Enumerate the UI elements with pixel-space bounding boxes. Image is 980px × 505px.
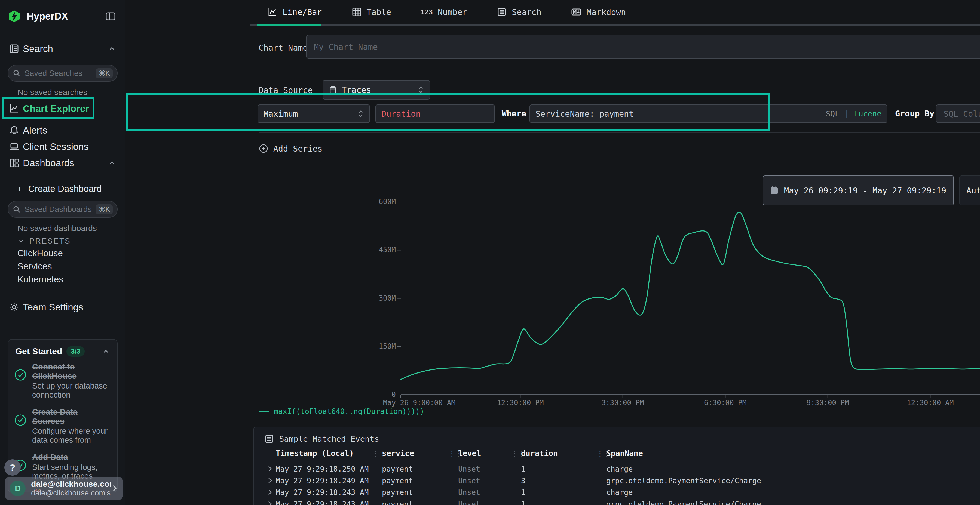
sidebar-item-team-settings[interactable]: Team Settings [0, 299, 125, 316]
row-expand-icon[interactable] [267, 476, 273, 484]
row-expand-icon[interactable] [267, 488, 273, 496]
tab-markdown[interactable]: Markdown [571, 6, 626, 17]
lucene-mode-toggle[interactable]: Lucene [854, 110, 881, 118]
where-input[interactable]: ServiceName: payment SQL | Lucene [530, 105, 888, 123]
table-cell[interactable]: May 27 9:29:18.249 AM [276, 476, 369, 485]
sidebar-item-search[interactable]: Search [0, 40, 125, 57]
database-icon [329, 85, 337, 94]
user-profile-button[interactable]: D dale@clickhouse.com dale@clickhouse.co… [5, 477, 123, 500]
laptop-icon [5, 141, 23, 152]
tab-search[interactable]: Search [496, 7, 541, 17]
where-label: Where [502, 109, 526, 118]
column-header[interactable]: level [458, 449, 481, 458]
column-header[interactable]: service [382, 449, 414, 458]
tab-table[interactable]: Table [352, 7, 391, 17]
divider [259, 132, 980, 133]
table-cell[interactable]: payment [382, 465, 413, 473]
table-cell[interactable]: grpc.oteldemo.PaymentService/Charge [606, 476, 761, 485]
view-tabs: Line/Bar Table 123 Number Search Markdow… [267, 6, 626, 17]
add-series-button[interactable]: Add Series [259, 144, 323, 154]
table-cell[interactable]: Unset [458, 476, 480, 485]
x-tick-label: May 26 9:00:00 AM [383, 399, 455, 407]
tab-number[interactable]: 123 Number [421, 7, 468, 17]
chart-name-label: Chart Name [259, 43, 308, 52]
sidebar-item-label: Team Settings [23, 302, 83, 313]
events-table: Timestamp (Local)⋮⋮service⋮⋮level⋮⋮durat… [254, 443, 980, 505]
y-tick-label: 450M [369, 246, 396, 254]
search-section-icon [5, 43, 23, 54]
group-by-input[interactable] [936, 105, 980, 123]
sidebar-item-alerts[interactable]: Alerts [0, 122, 125, 139]
table-cell[interactable]: charge [606, 488, 633, 497]
list-icon [265, 434, 274, 443]
data-source-value: Traces [342, 85, 371, 95]
column-header[interactable]: SpanName [606, 449, 643, 458]
table-cell[interactable]: Unset [458, 465, 480, 473]
aggregation-select[interactable]: Maximum [258, 105, 370, 123]
no-saved-searches-note: No saved searches [18, 87, 88, 97]
field-input[interactable]: Duration [375, 105, 495, 123]
markdown-icon [571, 6, 582, 17]
get-started-item[interactable]: Connect to ClickHouse Set up your databa… [14, 362, 111, 399]
table-cell[interactable]: 1 [521, 488, 525, 497]
table-cell[interactable]: Unset [458, 500, 480, 505]
table-cell[interactable]: May 27 9:29:18.250 AM [276, 465, 369, 473]
help-button[interactable]: ? [4, 459, 21, 476]
table-cell[interactable]: grpc.oteldemo.PaymentService/Charge [606, 500, 761, 505]
granularity-select[interactable]: Auto Granularity [959, 176, 980, 205]
sidebar-item-label: Alerts [23, 125, 47, 136]
sql-mode-toggle[interactable]: SQL [826, 110, 840, 118]
saved-searches-placeholder: Saved Searches [24, 69, 96, 78]
plus-icon: + [17, 184, 22, 194]
number-123-icon: 123 [421, 8, 433, 16]
sidebar-item-services[interactable]: Services [18, 261, 52, 272]
create-dashboard-button[interactable]: + Create Dashboard [0, 183, 125, 195]
sidebar-item-kubernetes[interactable]: Kubernetes [18, 274, 64, 284]
main-content: Line/Bar Table 123 Number Search Markdow… [125, 0, 980, 505]
sidebar-item-client-sessions[interactable]: Client Sessions [0, 138, 125, 155]
get-started-item-title: Connect to ClickHouse [32, 362, 111, 380]
table-cell[interactable]: 1 [521, 465, 525, 473]
shortcut-badge: ⌘K [96, 68, 113, 78]
shortcut-badge: ⌘K [96, 204, 113, 214]
table-cell[interactable]: Unset [458, 488, 480, 497]
saved-dashboards-input[interactable]: Saved Dashboards ⌘K [8, 201, 118, 218]
row-expand-icon[interactable] [267, 465, 273, 473]
calendar-icon [770, 186, 778, 195]
divider [0, 58, 125, 58]
get-started-item[interactable]: Create Data Sources Configure where your… [14, 407, 111, 444]
date-range-input[interactable]: May 26 09:29:19 - May 27 09:29:19 [763, 176, 954, 205]
search-list-icon [496, 7, 507, 17]
chevron-up-icon[interactable] [102, 348, 110, 356]
saved-dashboards-placeholder: Saved Dashboards [24, 205, 96, 214]
table-cell[interactable]: May 27 9:29:18.243 AM [276, 488, 369, 497]
tab-line-bar[interactable]: Line/Bar [267, 6, 322, 17]
sidebar-collapse-icon[interactable] [105, 11, 116, 22]
column-header[interactable]: Timestamp (Local) [276, 449, 354, 458]
date-range-value: May 26 09:29:19 - May 27 09:29:19 [784, 186, 946, 195]
chevron-right-icon [111, 484, 118, 493]
y-tick-label: 300M [369, 294, 396, 302]
select-chevrons-icon [358, 109, 364, 119]
table-cell[interactable]: payment [382, 476, 413, 485]
line-chart[interactable] [401, 202, 980, 395]
get-started-item[interactable]: Add Data Start sending logs, metrics, or… [14, 453, 111, 481]
x-tick-label: 3:30:00 PM [601, 399, 644, 407]
sidebar-item-chart-explorer[interactable]: Chart Explorer [0, 100, 125, 117]
table-cell[interactable]: May 27 9:29:18.243 AM [276, 500, 369, 505]
presets-toggle[interactable]: PRESETS [0, 236, 125, 246]
chart-name-input[interactable] [306, 35, 980, 59]
table-cell[interactable]: 1 [521, 500, 525, 505]
table-cell[interactable]: payment [382, 488, 413, 497]
row-expand-icon[interactable] [267, 500, 273, 505]
chevron-up-icon [108, 44, 116, 53]
column-header[interactable]: duration [521, 449, 558, 458]
where-value: ServiceName: payment [535, 109, 634, 119]
table-cell[interactable]: payment [382, 500, 413, 505]
sample-events-title: Sample Matched Events [279, 434, 379, 443]
saved-searches-input[interactable]: Saved Searches ⌘K [8, 65, 118, 82]
sidebar-item-clickhouse[interactable]: ClickHouse [18, 248, 63, 259]
table-cell[interactable]: charge [606, 465, 633, 473]
sidebar-item-dashboards[interactable]: Dashboards [0, 154, 125, 172]
table-cell[interactable]: 3 [521, 476, 525, 485]
